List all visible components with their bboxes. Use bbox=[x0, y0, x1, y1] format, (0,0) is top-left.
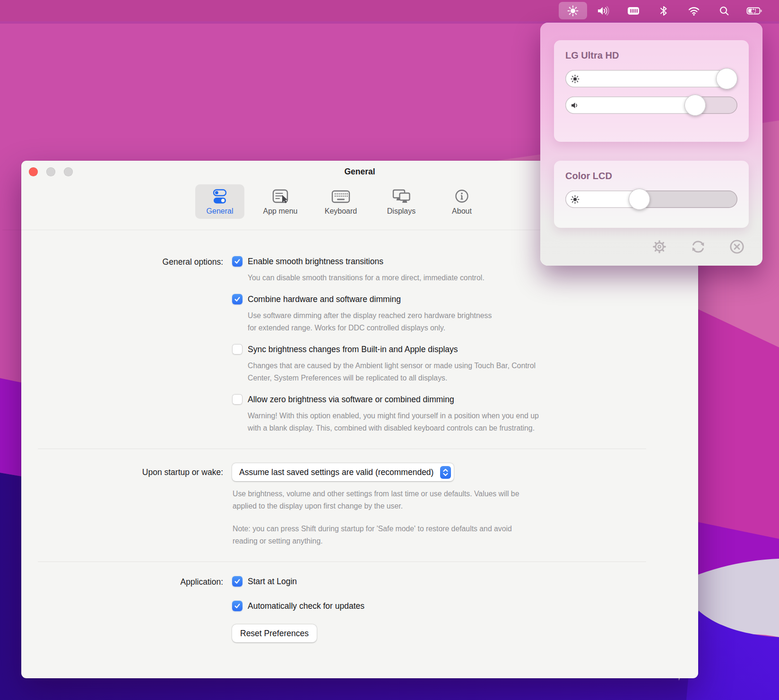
toggles-icon bbox=[211, 188, 229, 205]
general-pane: General options: Enable smooth brightnes… bbox=[21, 230, 698, 642]
startup-label: Upon startup or wake: bbox=[38, 463, 223, 547]
slider-knob[interactable] bbox=[716, 68, 737, 89]
menubar-display-icon[interactable] bbox=[619, 2, 648, 19]
lg-brightness-slider[interactable] bbox=[565, 70, 737, 87]
general-options-row: General options: Enable smooth brightnes… bbox=[38, 256, 698, 434]
check-icon bbox=[234, 578, 241, 585]
tab-displays[interactable]: Displays bbox=[377, 184, 426, 219]
section-divider bbox=[38, 562, 646, 562]
startup-select[interactable]: Assume last saved settings are valid (re… bbox=[232, 463, 454, 481]
close-button[interactable] bbox=[29, 167, 38, 176]
tab-label: Keyboard bbox=[325, 207, 357, 216]
checkbox-label: Enable smooth brightness transitions bbox=[248, 257, 383, 267]
smooth-transitions-checkbox[interactable] bbox=[232, 256, 242, 267]
section-divider bbox=[38, 449, 646, 449]
battery-icon bbox=[746, 5, 762, 17]
menubar-search-icon[interactable] bbox=[710, 2, 738, 19]
search-icon bbox=[718, 5, 730, 17]
auto-update-row: Automatically check for updates bbox=[232, 601, 670, 611]
menubar-bluetooth-icon[interactable] bbox=[649, 2, 678, 19]
option-zero-brightness: Allow zero brightness via software or co… bbox=[232, 394, 670, 434]
popover-actions bbox=[651, 238, 745, 255]
option-description: Use software dimming after the display r… bbox=[248, 310, 670, 334]
checkbox-label: Allow zero brightness via software or co… bbox=[248, 395, 454, 405]
tab-label: App menu bbox=[263, 207, 298, 216]
menubar-brightness-icon[interactable] bbox=[559, 2, 587, 19]
startup-row: Upon startup or wake: Assume last saved … bbox=[38, 463, 698, 547]
checkbox-label: Automatically check for updates bbox=[248, 601, 364, 611]
application-row: Application: Start at Login Automaticall… bbox=[38, 576, 698, 642]
menu-bar bbox=[0, 0, 779, 21]
close-popover-icon[interactable] bbox=[728, 238, 745, 255]
startup-description: Use brightness, volume and other setting… bbox=[233, 488, 670, 512]
checkbox-label: Start at Login bbox=[248, 577, 297, 587]
check-icon bbox=[234, 295, 241, 303]
option-combine-dimming: Combine hardware and software dimming Us… bbox=[232, 294, 670, 334]
display-card-lg: LG Ultra HD bbox=[554, 40, 749, 142]
sun-icon bbox=[567, 5, 579, 17]
checkbox-label: Combine hardware and software dimming bbox=[248, 294, 401, 304]
combine-dimming-checkbox[interactable] bbox=[232, 294, 242, 304]
tab-app-menu[interactable]: App menu bbox=[256, 184, 305, 219]
speaker-icon bbox=[597, 5, 610, 17]
reset-preferences-button[interactable]: Reset Preferences bbox=[232, 624, 317, 642]
minimize-button[interactable] bbox=[46, 167, 55, 176]
lg-volume-slider[interactable] bbox=[565, 96, 737, 114]
app-menu-icon bbox=[271, 188, 290, 205]
lcd-brightness-slider[interactable] bbox=[565, 190, 737, 208]
slider-knob[interactable] bbox=[629, 189, 650, 210]
settings-gear-icon[interactable] bbox=[651, 238, 668, 255]
zoom-button[interactable] bbox=[64, 167, 73, 176]
start-at-login-row: Start at Login bbox=[232, 576, 670, 587]
check-icon bbox=[234, 258, 241, 265]
menubar-wifi-icon[interactable] bbox=[680, 2, 708, 19]
zero-brightness-checkbox[interactable] bbox=[232, 394, 242, 405]
brightness-icon bbox=[571, 74, 580, 83]
tab-label: About bbox=[452, 207, 472, 216]
refresh-icon[interactable] bbox=[690, 238, 707, 255]
brightness-icon bbox=[571, 195, 580, 204]
select-stepper-icon bbox=[440, 466, 451, 479]
wifi-icon bbox=[687, 5, 701, 17]
option-description: Changes that are caused by the Ambient l… bbox=[248, 360, 670, 384]
keyboard-icon bbox=[331, 188, 351, 205]
displays-icon bbox=[391, 188, 412, 205]
tab-label: General bbox=[207, 207, 234, 216]
startup-note: Note: you can press Shift during startup… bbox=[233, 523, 670, 547]
display-name: LG Ultra HD bbox=[565, 40, 737, 61]
display-card-lcd: Color LCD bbox=[554, 161, 749, 228]
application-label: Application: bbox=[38, 576, 223, 642]
checkbox-label: Sync brightness changes from Built-in an… bbox=[248, 345, 458, 354]
auto-update-checkbox[interactable] bbox=[232, 601, 242, 611]
option-description: Warning! With this option enabled, you m… bbox=[248, 410, 670, 434]
info-icon bbox=[453, 188, 470, 205]
menubar-battery-icon[interactable] bbox=[740, 2, 769, 19]
sync-brightness-checkbox[interactable] bbox=[232, 344, 242, 354]
general-options-label: General options: bbox=[38, 256, 223, 434]
tab-general[interactable]: General bbox=[195, 184, 244, 219]
option-sync-brightness: Sync brightness changes from Built-in an… bbox=[232, 344, 670, 384]
tab-label: Displays bbox=[387, 207, 415, 216]
slider-knob[interactable] bbox=[684, 95, 706, 116]
display-bars-icon bbox=[627, 5, 640, 17]
startup-select-value: Assume last saved settings are valid (re… bbox=[239, 467, 433, 477]
start-at-login-checkbox[interactable] bbox=[232, 576, 242, 587]
tab-about[interactable]: About bbox=[437, 184, 486, 219]
volume-icon bbox=[571, 101, 580, 110]
displays-popover: LG Ultra HD bbox=[540, 23, 762, 266]
display-name: Color LCD bbox=[565, 161, 737, 181]
check-icon bbox=[234, 602, 241, 610]
tab-keyboard[interactable]: Keyboard bbox=[316, 184, 365, 219]
menubar-volume-icon[interactable] bbox=[589, 2, 617, 19]
bluetooth-icon bbox=[658, 5, 669, 17]
slider-fill bbox=[565, 70, 737, 87]
option-description: You can disable smooth transitions for a… bbox=[248, 272, 670, 284]
